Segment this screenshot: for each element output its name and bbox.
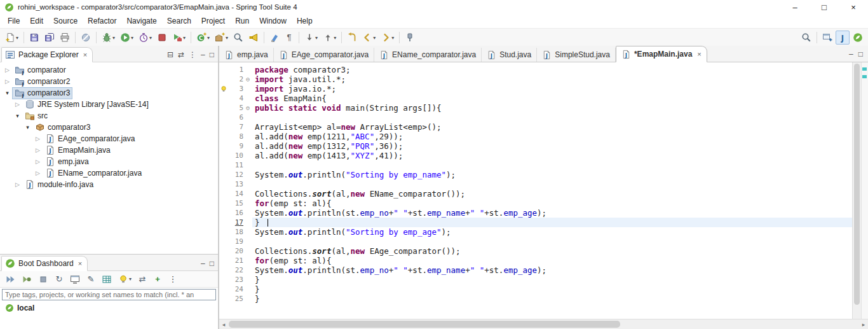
code-line[interactable]: 6 <box>219 113 852 122</box>
line-number[interactable]: 9 <box>228 141 243 151</box>
boot-dashboard-filter-input[interactable] <box>2 289 216 300</box>
maximize-editor-icon[interactable]: □ <box>858 50 863 58</box>
code-line-text[interactable]: import java.io.*; <box>252 84 852 94</box>
menu-window[interactable]: Window <box>254 15 292 27</box>
code-line-text[interactable]: System.out.println("Sorting by emp_age")… <box>252 227 852 237</box>
line-number[interactable]: 17 <box>228 218 243 227</box>
last-edit-location-button[interactable] <box>345 31 359 45</box>
line-number[interactable]: 23 <box>228 275 243 284</box>
code-line[interactable]: 13 <box>219 179 852 189</box>
code-line-text[interactable]: al.add(new emp(1211,"ABC",29)); <box>252 132 852 141</box>
code-line-text[interactable]: package comparator3; <box>252 65 852 74</box>
dropdown-arrow-icon[interactable]: ▾ <box>129 276 132 282</box>
line-number[interactable]: 4 <box>228 94 243 103</box>
tree-item-module-info-java[interactable]: ▷Jmodule-info.java <box>0 179 218 190</box>
code-line-text[interactable]: } <box>252 294 852 304</box>
line-number[interactable]: 22 <box>228 265 243 275</box>
line-number[interactable]: 2 <box>228 74 243 84</box>
minimize-view-icon[interactable]: – <box>201 51 205 59</box>
code-line-text[interactable]: al.add(new emp(1312,"PQR",36)); <box>252 141 852 151</box>
collapsed-arrow-icon[interactable]: ▷ <box>33 136 43 142</box>
menu-search[interactable]: Search <box>162 15 196 27</box>
collapsed-arrow-icon[interactable]: ▷ <box>3 67 12 73</box>
code-line[interactable]: 22System.out.println(st.emp_no+" "+st.em… <box>219 265 852 275</box>
expanded-arrow-icon[interactable]: ▾ <box>3 90 12 96</box>
save-all-button[interactable] <box>43 31 57 45</box>
dropdown-arrow-icon[interactable]: ▾ <box>131 35 133 41</box>
code-line[interactable]: 4class EmapMain{ <box>219 94 852 103</box>
fold-marker-icon[interactable]: ⊖ <box>243 74 252 84</box>
link-with-editor-icon[interactable]: ⇄ <box>178 51 184 59</box>
tree-item-comparator3[interactable]: ▾Jcomparator3 <box>0 87 218 99</box>
code-line-text[interactable]: } <box>252 218 852 227</box>
line-number[interactable]: 25 <box>228 294 243 304</box>
bd-open-console-button[interactable] <box>68 272 82 286</box>
tree-item-emp-java[interactable]: ▷Jemp.java <box>0 156 218 167</box>
tree-item-jre-system-library-javase-14[interactable]: ▷JRE System Library [JavaSE-14] <box>0 99 218 110</box>
vertical-scrollbar-thumb[interactable] <box>854 64 860 305</box>
vertical-scrollbar[interactable] <box>852 62 861 319</box>
maximize-view-icon[interactable]: □ <box>210 51 214 59</box>
dropdown-arrow-icon[interactable]: ▾ <box>391 35 394 41</box>
code-line[interactable]: 1package comparator3; <box>219 65 852 74</box>
bd-tag-filter-button[interactable]: ▾ <box>116 272 133 286</box>
package-explorer-tab[interactable]: Package Explorer × <box>1 47 93 62</box>
collapsed-arrow-icon[interactable]: ▷ <box>33 170 43 176</box>
bd-edit-config-button[interactable]: ✎ <box>85 272 97 286</box>
menu-file[interactable]: File <box>3 15 25 27</box>
run-button[interactable]: ▾ <box>118 31 135 45</box>
line-number[interactable]: 8 <box>228 132 243 141</box>
close-tab-icon[interactable]: × <box>697 50 701 58</box>
new-java-class-button[interactable]: C▾ <box>194 31 212 45</box>
save-button[interactable] <box>27 31 41 45</box>
code-line[interactable]: 20Collections.sort(al,new EAge_comparato… <box>219 246 852 256</box>
collapsed-arrow-icon[interactable]: ▷ <box>13 101 22 108</box>
tree-item-src[interactable]: ▾src <box>0 110 218 122</box>
line-number[interactable]: 7 <box>228 122 243 132</box>
dropdown-arrow-icon[interactable]: ▾ <box>334 35 336 41</box>
expanded-arrow-icon[interactable]: ▾ <box>13 113 22 119</box>
code-line-text[interactable]: al.add(new emp(1413,"XYZ",41)); <box>252 151 852 160</box>
dropdown-arrow-icon[interactable]: ▾ <box>207 35 210 41</box>
show-whitespace-button[interactable]: ¶ <box>283 31 295 45</box>
close-window-button[interactable]: × <box>839 0 868 14</box>
spring-perspective-button[interactable] <box>851 31 865 45</box>
bd-properties-grid-button[interactable] <box>100 272 114 286</box>
collapsed-arrow-icon[interactable]: ▷ <box>33 147 43 153</box>
line-number[interactable]: 10 <box>228 151 243 160</box>
dropdown-arrow-icon[interactable]: ▾ <box>149 35 152 41</box>
menu-help[interactable]: Help <box>292 15 318 27</box>
code-line[interactable]: 10al.add(new emp(1413,"XYZ",41)); <box>219 151 852 160</box>
new-wizard-button[interactable]: ▾ <box>3 31 20 45</box>
line-number[interactable]: 15 <box>228 199 243 208</box>
collapsed-arrow-icon[interactable]: ▷ <box>3 78 12 85</box>
line-number[interactable]: 11 <box>228 160 243 170</box>
tree-item-emapmain-java[interactable]: ▷JEmapMain.java <box>0 144 218 156</box>
bd-start-button[interactable] <box>3 272 17 286</box>
line-number[interactable]: 16 <box>228 208 243 218</box>
menu-edit[interactable]: Edit <box>25 15 48 27</box>
code-line[interactable]: 14Collections.sort(al,new EName_comparat… <box>219 189 852 199</box>
profile-button[interactable]: ▾ <box>137 31 154 45</box>
code-editor[interactable]: 1package comparator3;2⊖import java.util.… <box>219 62 852 319</box>
bd-view-menu-button[interactable]: ⋮ <box>166 272 179 286</box>
stop-button[interactable] <box>155 31 169 45</box>
collapsed-arrow-icon[interactable]: ▷ <box>33 158 43 165</box>
code-line-text[interactable]: System.out.println(st.emp_no+" "+st.emp_… <box>252 208 852 218</box>
back-button[interactable]: ▾ <box>360 31 377 45</box>
dropdown-arrow-icon[interactable]: ▾ <box>16 35 18 41</box>
bd-stop-button[interactable] <box>36 272 50 286</box>
overview-annotation-mark[interactable] <box>862 75 867 78</box>
overview-ruler[interactable] <box>861 62 868 319</box>
dropdown-arrow-icon[interactable]: ▾ <box>315 35 318 41</box>
new-java-package-button[interactable]: ▾ <box>213 31 230 45</box>
debug-button[interactable]: ▾ <box>100 31 117 45</box>
menu-refactor[interactable]: Refactor <box>83 15 121 27</box>
pin-editor-button[interactable] <box>403 31 417 45</box>
horizontal-scrollbar[interactable]: ◂ ▸ <box>219 319 868 329</box>
menu-project[interactable]: Project <box>196 15 230 27</box>
editor-tab-emapmain-java[interactable]: J*EmapMain.java× <box>616 46 707 62</box>
editor-tab-simplestud-java[interactable]: JSimpleStud.java <box>537 48 616 62</box>
view-menu-icon[interactable]: ⋮ <box>189 51 196 59</box>
maximize-view-icon[interactable]: □ <box>210 260 214 267</box>
